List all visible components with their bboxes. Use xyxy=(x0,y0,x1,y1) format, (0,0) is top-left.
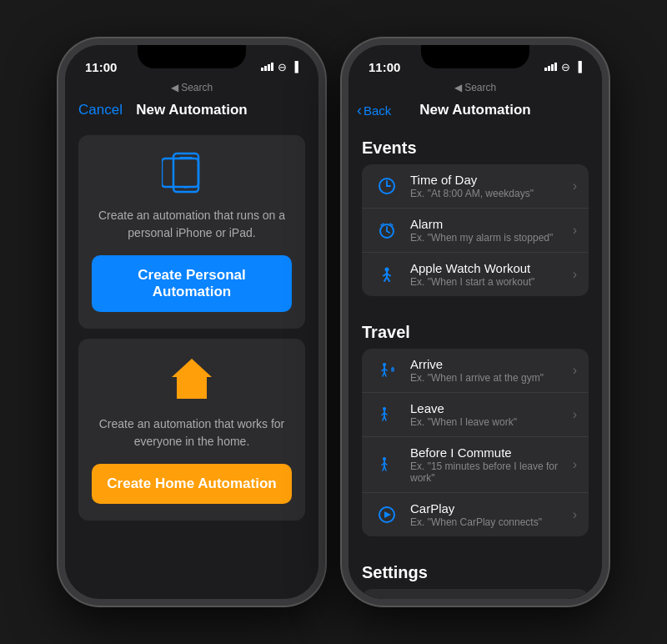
personal-automation-card: Create an automation that runs on a pers… xyxy=(78,135,305,329)
right-search-hint: ◀ Search xyxy=(349,82,602,97)
alarm-text: Alarm Ex. "When my alarm is stopped" xyxy=(410,217,573,244)
back-button[interactable]: ‹ Back xyxy=(357,103,391,118)
carplay-icon-svg xyxy=(378,506,396,524)
left-search-hint: ◀ Search xyxy=(65,82,318,97)
time-of-day-subtitle: Ex. "At 8:00 AM, weekdays" xyxy=(410,188,573,199)
left-phone-content: Create an automation that runs on a pers… xyxy=(65,125,318,599)
travel-list-group: Arrive Ex. "When I arrive at the gym" › xyxy=(362,349,589,536)
list-item-arrive[interactable]: Arrive Ex. "When I arrive at the gym" › xyxy=(362,349,589,393)
svg-rect-4 xyxy=(165,162,195,164)
list-item-leave[interactable]: Leave Ex. "When I leave work" › xyxy=(362,393,589,437)
carplay-subtitle: Ex. "When CarPlay connects" xyxy=(410,516,573,528)
right-nav-title: New Automation xyxy=(419,102,530,118)
create-personal-automation-button[interactable]: Create Personal Automation xyxy=(92,255,292,312)
svg-line-12 xyxy=(387,231,389,233)
right-status-icons: ⊖ ▐ xyxy=(544,61,582,73)
r-bar3 xyxy=(551,64,554,71)
svg-marker-27 xyxy=(391,367,395,372)
right-signal-bars xyxy=(544,63,557,71)
arrive-title: Arrive xyxy=(410,357,573,371)
svg-rect-3 xyxy=(162,158,198,187)
workout-subtitle: Ex. "When I start a workout" xyxy=(410,276,573,288)
devices-icon-svg xyxy=(162,152,222,194)
workout-title: Apple Watch Workout xyxy=(410,261,573,275)
time-of-day-title: Time of Day xyxy=(410,173,573,187)
personal-card-desc: Create an automation that runs on a pers… xyxy=(92,207,292,242)
r-bar4 xyxy=(554,63,557,71)
commute-icon-svg xyxy=(378,455,396,474)
arrive-subtitle: Ex. "When I arrive at the gym" xyxy=(410,372,573,384)
left-phone: 11:00 ⊖ ▐ ◀ Search Cancel New Automati xyxy=(58,38,325,606)
left-status-time: 11:00 xyxy=(85,60,117,74)
airplane-mode-title: Airplane Mode xyxy=(410,597,573,599)
list-item-workout[interactable]: Apple Watch Workout Ex. "When I start a … xyxy=(362,253,589,296)
arrive-chevron: › xyxy=(573,363,577,378)
right-phone-content: Events Time of Day Ex xyxy=(349,125,602,599)
bar3 xyxy=(268,64,270,71)
svg-rect-6 xyxy=(187,385,197,399)
leave-text: Leave Ex. "When I leave work" xyxy=(410,401,573,428)
wifi-icon: ⊖ xyxy=(278,61,287,73)
list-item-alarm[interactable]: Alarm Ex. "When my alarm is stopped" › xyxy=(362,209,589,253)
list-item-time-of-day[interactable]: Time of Day Ex. "At 8:00 AM, weekdays" › xyxy=(362,164,589,209)
carplay-text: CarPlay Ex. "When CarPlay connects" xyxy=(410,501,573,528)
alarm-icon xyxy=(374,217,400,244)
right-phone: 11:00 ⊖ ▐ ◀ Search ‹ Back xyxy=(342,38,609,606)
workout-icon xyxy=(374,261,400,288)
battery-icon: ▐ xyxy=(291,61,298,73)
list-item-airplane-mode[interactable]: Airplane Mode Ex. "When Airplane Mode is… xyxy=(362,589,589,599)
leave-icon xyxy=(374,401,400,428)
home-icon xyxy=(167,355,217,405)
home-icon-svg xyxy=(167,355,217,402)
cancel-button[interactable]: Cancel xyxy=(78,102,123,118)
svg-line-33 xyxy=(384,416,386,420)
leave-subtitle: Ex. "When I leave work" xyxy=(410,416,573,428)
left-phone-screen: 11:00 ⊖ ▐ ◀ Search Cancel New Automati xyxy=(65,45,318,599)
settings-list-group: Airplane Mode Ex. "When Airplane Mode is… xyxy=(362,589,589,599)
r-bar1 xyxy=(544,68,547,71)
list-item-commute[interactable]: Before I Commute Ex. "15 minutes before … xyxy=(362,437,589,493)
personal-icon xyxy=(162,152,222,197)
svg-marker-41 xyxy=(384,511,391,518)
svg-line-26 xyxy=(384,372,386,376)
svg-line-20 xyxy=(387,277,389,281)
home-card-desc: Create an automation that works for ever… xyxy=(92,415,292,450)
home-automation-card: Create an automation that works for ever… xyxy=(78,339,305,521)
right-phone-screen: 11:00 ⊖ ▐ ◀ Search ‹ Back xyxy=(349,45,602,599)
workout-icon-svg xyxy=(378,265,396,284)
clock-icon-svg xyxy=(378,177,396,195)
alarm-subtitle: Ex. "When my alarm is stopped" xyxy=(410,232,573,244)
left-nav-bar: Cancel New Automation xyxy=(65,97,318,125)
airplane-mode-text: Airplane Mode Ex. "When Airplane Mode is… xyxy=(410,597,573,599)
alarm-chevron: › xyxy=(573,223,577,238)
workout-chevron: › xyxy=(573,267,577,282)
bar1 xyxy=(261,68,263,71)
left-status-icons: ⊖ ▐ xyxy=(261,61,298,73)
right-battery-icon: ▐ xyxy=(574,61,582,73)
carplay-title: CarPlay xyxy=(410,501,573,516)
arrive-text: Arrive Ex. "When I arrive at the gym" xyxy=(410,357,573,384)
commute-subtitle: Ex. "15 minutes before I leave for work" xyxy=(410,460,573,484)
create-home-automation-button[interactable]: Create Home Automation xyxy=(92,464,292,504)
leave-title: Leave xyxy=(410,401,573,415)
phones-container: 11:00 ⊖ ▐ ◀ Search Cancel New Automati xyxy=(58,38,609,606)
leave-icon-svg xyxy=(378,405,396,424)
list-item-carplay[interactable]: CarPlay Ex. "When CarPlay connects" › xyxy=(362,493,589,536)
arrive-icon xyxy=(374,357,400,384)
alarm-title: Alarm xyxy=(410,217,573,231)
commute-title: Before I Commute xyxy=(410,445,573,460)
right-status-time: 11:00 xyxy=(369,60,400,74)
commute-icon xyxy=(374,451,400,478)
signal-bars xyxy=(261,63,273,71)
right-wifi-icon: ⊖ xyxy=(561,61,570,73)
time-of-day-text: Time of Day Ex. "At 8:00 AM, weekdays" xyxy=(410,173,573,199)
leave-chevron: › xyxy=(573,407,577,422)
carplay-icon xyxy=(374,501,400,528)
events-list-group: Time of Day Ex. "At 8:00 AM, weekdays" › xyxy=(362,164,589,296)
arrive-icon-svg xyxy=(378,361,396,380)
workout-text: Apple Watch Workout Ex. "When I start a … xyxy=(410,261,573,288)
back-arrow-icon: ‹ xyxy=(357,103,362,118)
r-bar2 xyxy=(548,66,550,71)
time-of-day-chevron: › xyxy=(573,179,577,194)
left-status-bar: 11:00 ⊖ ▐ xyxy=(65,45,318,82)
